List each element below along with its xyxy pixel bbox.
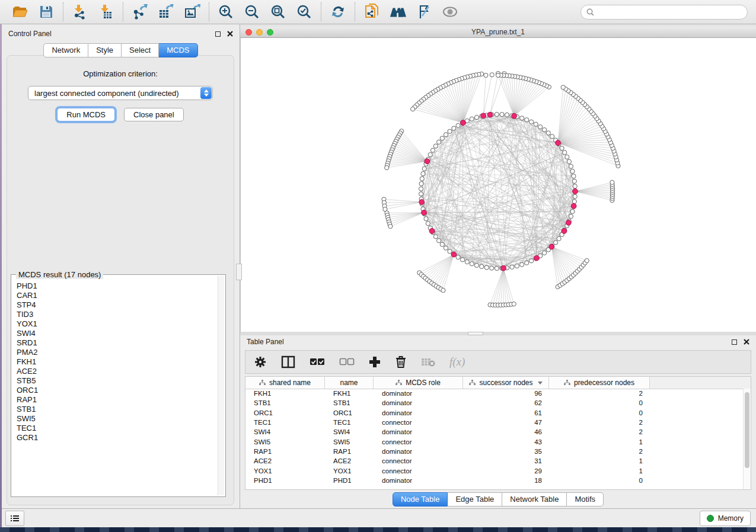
mcds-result-item[interactable]: PMA2 <box>17 348 217 357</box>
tab-style[interactable]: Style <box>88 43 122 57</box>
import-network-icon[interactable] <box>72 4 88 20</box>
search-box <box>580 5 748 20</box>
export-network-icon[interactable] <box>132 4 148 20</box>
open-file-icon[interactable] <box>12 4 28 20</box>
network-canvas[interactable] <box>240 38 756 335</box>
vertical-splitter-handle[interactable] <box>236 264 242 280</box>
mcds-result-item[interactable]: STB5 <box>17 376 217 386</box>
save-session-icon[interactable] <box>38 4 55 20</box>
function-builder-icon[interactable]: f(x) <box>449 355 465 369</box>
column-header-shared-name[interactable]: shared name <box>245 377 325 389</box>
export-table-icon[interactable] <box>158 4 174 20</box>
column-header-successor-nodes[interactable]: successor nodes <box>463 377 549 389</box>
table-cell: ACE2 <box>245 457 325 464</box>
desktop-left-strip <box>0 24 2 527</box>
tab-network[interactable]: Network <box>43 43 88 57</box>
run-mcds-button[interactable]: Run MCDS <box>57 108 115 121</box>
select-all-icon[interactable] <box>310 355 325 369</box>
eye-icon[interactable] <box>442 4 458 20</box>
import-table-icon[interactable] <box>98 4 114 20</box>
export-image-icon[interactable] <box>184 4 200 20</box>
float-panel-icon[interactable] <box>215 31 221 37</box>
mcds-result-item[interactable]: SWI5 <box>17 414 217 424</box>
search-input[interactable] <box>598 7 742 17</box>
refresh-icon[interactable] <box>330 4 346 20</box>
table-panel-title: Table Panel <box>247 338 284 346</box>
zoom-group <box>209 4 321 20</box>
gear-icon[interactable] <box>254 355 267 369</box>
tab-node-table[interactable]: Node Table <box>393 492 448 507</box>
main-toolbar <box>0 0 756 24</box>
float-panel-icon[interactable] <box>732 339 737 345</box>
column-header-name[interactable]: name <box>325 377 374 389</box>
table-row[interactable]: SWI4SWI4dominator462 <box>245 427 744 437</box>
mcds-result-item[interactable]: PHD1 <box>17 281 217 291</box>
mcds-result-item[interactable]: YOX1 <box>17 319 217 329</box>
mcds-result-item[interactable]: ORC1 <box>17 386 217 395</box>
table-cell: 0 <box>549 477 650 484</box>
table-row[interactable]: TEC1TEC1connector472 <box>245 418 744 427</box>
mcds-result-item[interactable]: ACE2 <box>17 367 217 376</box>
network-document-icon[interactable] <box>363 4 380 20</box>
memory-button[interactable]: Memory <box>700 511 751 526</box>
horizontal-splitter-handle[interactable] <box>468 332 483 335</box>
tab-motifs[interactable]: Motifs <box>567 492 604 507</box>
table-cell: 96 <box>463 390 549 397</box>
horizontal-splitter[interactable] <box>240 332 756 335</box>
mcds-result-item[interactable]: TEC1 <box>17 424 217 433</box>
mcds-tab-content: Optimization criterion: largest connecte… <box>7 55 234 505</box>
table-scrollbar-thumb[interactable] <box>745 392 749 468</box>
zoom-selected-icon[interactable] <box>296 4 312 20</box>
mcds-result-item[interactable]: STB1 <box>17 405 217 414</box>
maximize-window-icon[interactable] <box>267 29 273 36</box>
zoom-in-icon[interactable] <box>218 4 234 20</box>
tab-select[interactable]: Select <box>122 43 159 57</box>
columns-icon[interactable] <box>281 355 295 369</box>
table-row[interactable]: PHD1PHD1dominator180 <box>245 476 744 485</box>
close-panel-icon[interactable] <box>744 339 749 345</box>
mcds-list-scrollbar[interactable] <box>218 276 224 495</box>
table-row[interactable]: ORC1ORC1dominator610 <box>245 408 744 418</box>
destroy-table-icon[interactable] <box>421 355 435 369</box>
table-row[interactable]: STB1STB1dominator620 <box>245 398 744 408</box>
mcds-result-item[interactable]: FKH1 <box>17 357 217 367</box>
mcds-result-item[interactable]: RAP1 <box>17 395 217 405</box>
close-panel-button[interactable]: Close panel <box>124 108 184 121</box>
minimize-window-icon[interactable] <box>256 29 263 36</box>
zoom-fit-icon[interactable] <box>270 4 286 20</box>
tab-mcds[interactable]: MCDS <box>159 43 197 57</box>
table-row[interactable]: RAP1RAP1dominator352 <box>245 447 744 456</box>
add-column-icon[interactable] <box>369 355 381 369</box>
column-header-predecessor-nodes[interactable]: predecessor nodes <box>549 377 650 389</box>
mcds-result-item[interactable]: TID3 <box>17 310 217 319</box>
column-header-mcds-role[interactable]: MCDS role <box>374 377 463 389</box>
table-row[interactable]: YOX1YOX1connector291 <box>245 466 744 475</box>
mcds-result-item[interactable]: CAR1 <box>17 291 217 300</box>
table-body: FKH1FKH1dominator962STB1STB1dominator620… <box>245 389 744 489</box>
mcds-result-item[interactable]: STP4 <box>17 300 217 310</box>
close-window-icon[interactable] <box>245 29 252 36</box>
tab-edge-table[interactable]: Edge Table <box>448 492 502 507</box>
deselect-all-icon[interactable] <box>339 355 355 369</box>
task-history-button[interactable] <box>5 511 24 526</box>
control-panel-titlebar: Control Panel <box>2 27 240 40</box>
mcds-result-item[interactable]: SWI4 <box>17 329 217 338</box>
mcds-result-item[interactable]: GCR1 <box>17 433 217 443</box>
table-cell: 46 <box>463 428 549 435</box>
criterion-dropdown[interactable]: largest connected component (undirected) <box>28 86 213 100</box>
table-scrollbar[interactable] <box>743 389 751 489</box>
zoom-out-icon[interactable] <box>244 4 260 20</box>
table-cell: SWI4 <box>325 428 374 435</box>
table-row[interactable]: ACE2ACE2connector311 <box>245 456 744 466</box>
table-cell: 0 <box>549 399 650 406</box>
binoculars-icon[interactable] <box>390 4 406 20</box>
delete-column-icon[interactable] <box>395 355 407 369</box>
table-row[interactable]: FKH1FKH1dominator962 <box>245 389 744 398</box>
hide-labels-icon[interactable] <box>416 4 432 20</box>
table-row[interactable]: SWI5SWI5connector431 <box>245 437 744 446</box>
close-panel-icon[interactable] <box>227 31 233 37</box>
mcds-result-item[interactable]: SRD1 <box>17 338 217 348</box>
tab-network-table[interactable]: Network Table <box>502 492 567 507</box>
network-graph[interactable] <box>241 38 756 332</box>
mcds-result-list[interactable]: PHD1CAR1STP4TID3YOX1SWI4SRD1PMA2FKH1ACE2… <box>13 277 217 495</box>
